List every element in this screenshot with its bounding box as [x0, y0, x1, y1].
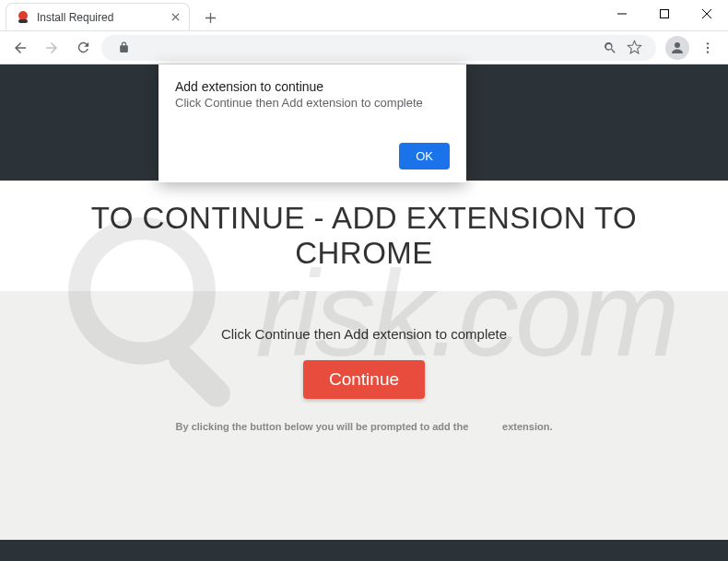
- reload-button[interactable]: [70, 35, 96, 61]
- svg-rect-2: [661, 10, 669, 18]
- ok-button[interactable]: OK: [399, 143, 450, 169]
- instruction-text: Click Continue then Add extension to com…: [18, 326, 710, 342]
- address-bar[interactable]: [101, 35, 656, 61]
- svg-point-4: [707, 42, 709, 44]
- tab-title: Install Required: [37, 11, 162, 24]
- forward-button[interactable]: [39, 35, 65, 61]
- svg-rect-1: [18, 19, 28, 23]
- maximize-button[interactable]: [643, 0, 686, 28]
- browser-tab[interactable]: Install Required: [6, 3, 190, 30]
- minimize-button[interactable]: [601, 0, 643, 28]
- viewport: TO CONTINUE - ADD EXTENSION TO CHROME Cl…: [0, 64, 728, 561]
- continue-button[interactable]: Continue: [303, 360, 425, 399]
- svg-point-5: [707, 46, 709, 48]
- alert-dialog: Add extension to continue Click Continue…: [159, 64, 466, 182]
- close-tab-icon[interactable]: [169, 11, 182, 24]
- page-heading: TO CONTINUE - ADD EXTENSION TO CHROME: [37, 201, 691, 271]
- browser-toolbar: [0, 31, 728, 64]
- footer-dark-bar: [0, 540, 728, 561]
- favicon-icon: [16, 10, 30, 25]
- menu-button[interactable]: [695, 35, 721, 61]
- dialog-title: Add extension to continue: [175, 79, 450, 94]
- content-area: Click Continue then Add extension to com…: [0, 291, 728, 540]
- dialog-message: Click Continue then Add extension to com…: [175, 96, 450, 110]
- sub-text: By clicking the button below you will be…: [18, 421, 710, 432]
- window-titlebar: Install Required: [0, 0, 728, 31]
- subtext-before: By clicking the button below you will be…: [176, 421, 469, 432]
- svg-point-0: [18, 11, 28, 20]
- svg-point-6: [707, 51, 709, 53]
- svg-point-3: [675, 42, 680, 48]
- window-controls: [601, 0, 728, 30]
- new-tab-button[interactable]: [197, 5, 223, 30]
- star-icon[interactable]: [623, 37, 645, 59]
- profile-avatar[interactable]: [665, 36, 689, 60]
- subtext-after: extension.: [502, 421, 552, 432]
- lock-icon: [112, 37, 135, 59]
- search-icon[interactable]: [599, 37, 621, 59]
- dialog-actions: OK: [175, 143, 450, 169]
- heading-section: TO CONTINUE - ADD EXTENSION TO CHROME: [0, 181, 728, 291]
- close-window-button[interactable]: [686, 0, 728, 28]
- tab-strip: Install Required: [0, 0, 601, 30]
- back-button[interactable]: [7, 35, 33, 61]
